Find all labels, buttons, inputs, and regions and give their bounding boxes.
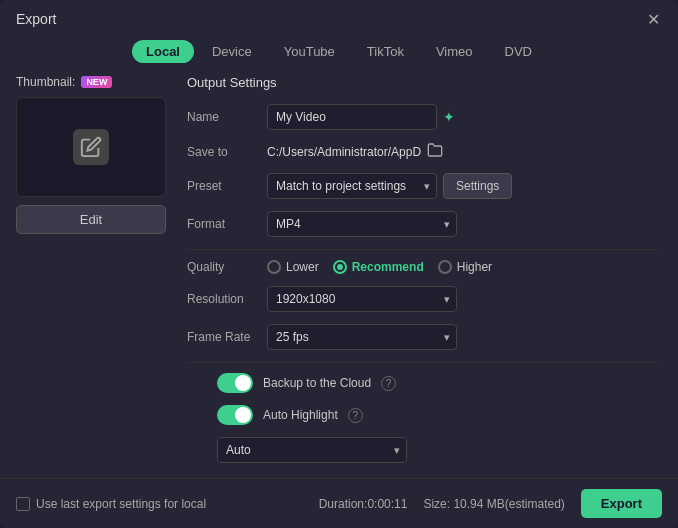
frame-rate-select[interactable]: 25 fps [267, 324, 457, 350]
resolution-label: Resolution [187, 292, 267, 306]
tab-youtube[interactable]: YouTube [270, 40, 349, 63]
frame-rate-row: Frame Rate 25 fps [187, 324, 658, 350]
quality-higher[interactable]: Higher [438, 260, 492, 274]
tab-dvd[interactable]: DVD [491, 40, 546, 63]
auto-select[interactable]: Auto [217, 437, 407, 463]
backup-cloud-label: Backup to the Cloud [263, 376, 371, 390]
resolution-field-container: 1920x1080 [267, 286, 658, 312]
auto-highlight-thumb [235, 407, 251, 423]
auto-row: Auto [187, 437, 658, 463]
ai-icon[interactable]: ✦ [443, 109, 455, 125]
auto-select-wrapper: Auto [217, 437, 407, 463]
use-last-label: Use last export settings for local [36, 497, 206, 511]
backup-cloud-help-icon[interactable]: ? [381, 376, 396, 391]
format-row: Format MP4 [187, 211, 658, 237]
window-title: Export [16, 11, 56, 27]
tab-tiktok[interactable]: TikTok [353, 40, 418, 63]
quality-radio-group: Lower Recommend Higher [267, 260, 658, 274]
format-select-wrapper: MP4 [267, 211, 457, 237]
quality-recommend[interactable]: Recommend [333, 260, 424, 274]
preset-field-container: Match to project settings Settings [267, 173, 658, 199]
export-button[interactable]: Export [581, 489, 662, 518]
preset-select[interactable]: Match to project settings [267, 173, 437, 199]
duration-info: Duration:0:00:11 [319, 497, 408, 511]
auto-highlight-help-icon[interactable]: ? [348, 408, 363, 423]
use-last-checkbox[interactable] [16, 497, 30, 511]
name-row: Name ✦ [187, 104, 658, 130]
format-field-container: MP4 [267, 211, 658, 237]
footer: Use last export settings for local Durat… [0, 478, 678, 528]
save-to-label: Save to [187, 145, 267, 159]
backup-cloud-toggle[interactable] [217, 373, 253, 393]
footer-left: Use last export settings for local [16, 497, 206, 511]
name-field-container: ✦ [267, 104, 658, 130]
name-input[interactable] [267, 104, 437, 130]
resolution-select-wrapper: 1920x1080 [267, 286, 457, 312]
save-to-row: Save to C:/Users/Administrator/AppD [187, 142, 658, 161]
export-window: Export ✕ Local Device YouTube TikTok Vim… [0, 0, 678, 528]
frame-rate-field-container: 25 fps [267, 324, 658, 350]
tab-vimeo[interactable]: Vimeo [422, 40, 487, 63]
format-select[interactable]: MP4 [267, 211, 457, 237]
backup-cloud-row: Backup to the Cloud ? [187, 373, 658, 393]
quality-recommend-label: Recommend [352, 260, 424, 274]
preset-label: Preset [187, 179, 267, 193]
format-label: Format [187, 217, 267, 231]
right-panel: Output Settings Name ✦ Save to C:/Users/… [187, 75, 662, 478]
resolution-select[interactable]: 1920x1080 [267, 286, 457, 312]
divider-1 [187, 249, 658, 250]
folder-icon[interactable] [427, 142, 443, 161]
save-to-field-container: C:/Users/Administrator/AppD [267, 142, 658, 161]
frame-rate-select-wrapper: 25 fps [267, 324, 457, 350]
quality-row: Quality Lower Recommend Higher [187, 260, 658, 274]
close-button[interactable]: ✕ [644, 10, 662, 28]
auto-highlight-toggle[interactable] [217, 405, 253, 425]
main-content: Thumbnail: NEW Edit Output Settings Name [0, 75, 678, 478]
divider-2 [187, 362, 658, 363]
frame-rate-label: Frame Rate [187, 330, 267, 344]
quality-lower-label: Lower [286, 260, 319, 274]
settings-button[interactable]: Settings [443, 173, 512, 199]
title-bar: Export ✕ [0, 0, 678, 36]
quality-higher-label: Higher [457, 260, 492, 274]
thumbnail-icon [73, 129, 109, 165]
new-badge: NEW [81, 76, 112, 88]
thumbnail-label: Thumbnail: NEW [16, 75, 171, 89]
quality-lower[interactable]: Lower [267, 260, 319, 274]
edit-button[interactable]: Edit [16, 205, 166, 234]
preset-select-wrapper: Match to project settings [267, 173, 437, 199]
auto-highlight-row: Auto Highlight ? [187, 405, 658, 425]
thumbnail-box [16, 97, 166, 197]
tab-local[interactable]: Local [132, 40, 194, 63]
left-panel: Thumbnail: NEW Edit [16, 75, 171, 478]
backup-cloud-thumb [235, 375, 251, 391]
footer-right: Duration:0:00:11 Size: 10.94 MB(estimate… [319, 489, 662, 518]
tabs-bar: Local Device YouTube TikTok Vimeo DVD [0, 36, 678, 75]
size-info: Size: 10.94 MB(estimated) [423, 497, 564, 511]
auto-highlight-label: Auto Highlight [263, 408, 338, 422]
tab-device[interactable]: Device [198, 40, 266, 63]
radio-higher-circle [438, 260, 452, 274]
save-to-path: C:/Users/Administrator/AppD [267, 145, 421, 159]
preset-row: Preset Match to project settings Setting… [187, 173, 658, 199]
quality-label: Quality [187, 260, 267, 274]
name-label: Name [187, 110, 267, 124]
output-settings-title: Output Settings [187, 75, 658, 90]
radio-recommend-circle [333, 260, 347, 274]
resolution-row: Resolution 1920x1080 [187, 286, 658, 312]
radio-lower-circle [267, 260, 281, 274]
